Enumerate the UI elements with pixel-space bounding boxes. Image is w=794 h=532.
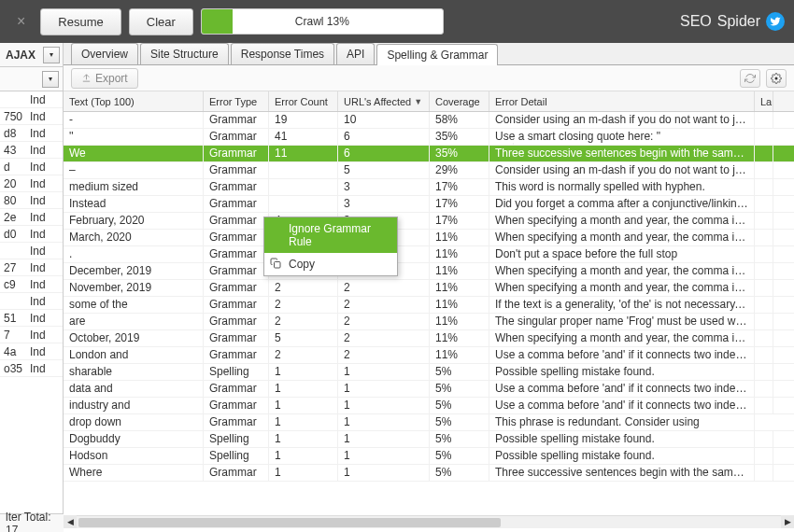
col-coverage[interactable]: Coverage: [430, 91, 489, 111]
col-error-detail[interactable]: Error Detail: [489, 91, 755, 111]
left-row[interactable]: 20Ind: [0, 175, 63, 192]
refresh-button[interactable]: [740, 69, 760, 88]
grid-header: Text (Top 100) Error Type Error Count UR…: [64, 91, 794, 112]
left-row[interactable]: Ind: [0, 243, 63, 259]
settings-button[interactable]: [766, 69, 787, 88]
table-row[interactable]: medium sizedGrammar317%This word is norm…: [64, 179, 794, 196]
left-panel-toolbar: ▾: [0, 67, 63, 91]
footer: lter Total: 17: [0, 513, 64, 532]
horizontal-scrollbar[interactable]: ◀ ▶: [64, 515, 794, 528]
left-row[interactable]: 27Ind: [0, 259, 63, 276]
table-row[interactable]: November, 2019Grammar2211%When specifyin…: [64, 280, 794, 297]
brand-spider: Spider: [717, 13, 760, 30]
left-panel-title: AJAX: [0, 45, 41, 65]
left-row[interactable]: 51Ind: [0, 310, 63, 327]
scroll-left-icon[interactable]: ◀: [64, 515, 77, 528]
tab-overview[interactable]: Overview: [71, 43, 138, 64]
table-row[interactable]: October, 2019Grammar5211%When specifying…: [64, 330, 794, 347]
col-urls-affected[interactable]: URL's Affected▼: [338, 91, 430, 111]
table-row[interactable]: InsteadGrammar317%Did you forget a comma…: [64, 196, 794, 213]
scroll-track[interactable]: [77, 515, 781, 528]
left-row[interactable]: o35Ind: [0, 360, 63, 377]
left-row[interactable]: 80Ind: [0, 192, 63, 209]
table-row[interactable]: some of theGrammar2211%If the text is a …: [64, 297, 794, 314]
twitter-icon[interactable]: [766, 12, 785, 31]
table-row[interactable]: ''Grammar41635%Use a smart closing quote…: [64, 129, 794, 146]
left-row[interactable]: 2eInd: [0, 209, 63, 226]
left-row[interactable]: 4aInd: [0, 343, 63, 360]
tab-site-structure[interactable]: Site Structure: [140, 43, 229, 64]
left-panel-menu-icon[interactable]: ▾: [42, 71, 59, 88]
left-row[interactable]: dInd: [0, 159, 63, 175]
filter-total-label: lter Total: 17: [6, 511, 58, 533]
left-row[interactable]: 750Ind: [0, 108, 63, 125]
table-row[interactable]: industry andGrammar115%Use a comma befor…: [64, 398, 794, 414]
tabs: OverviewSite StructureResponse TimesAPIS…: [64, 43, 794, 65]
left-row[interactable]: d0Ind: [0, 226, 63, 243]
close-icon[interactable]: ×: [9, 13, 33, 30]
table-row[interactable]: areGrammar2211%The singular proper name …: [64, 314, 794, 330]
progress-text: Crawl 13%: [202, 15, 443, 28]
tab-spelling-grammar[interactable]: Spelling & Grammar: [376, 44, 498, 65]
context-ignore-grammar[interactable]: Ignore Grammar Rule: [264, 217, 397, 253]
toolbar-right: [740, 69, 787, 88]
table-row[interactable]: March, 2020Grammar3211%When specifying a…: [64, 230, 794, 246]
left-row[interactable]: d8Ind: [0, 125, 63, 142]
left-panel-rows: Ind750Indd8Ind43InddInd20Ind80Ind2eIndd0…: [0, 91, 63, 377]
crawl-progress: Crawl 13%: [201, 8, 444, 35]
left-row[interactable]: 43Ind: [0, 142, 63, 159]
table-row[interactable]: WhereGrammar115%Three successive sentenc…: [64, 465, 794, 482]
context-copy[interactable]: Copy: [264, 253, 397, 275]
topbar: × Resume Clear Crawl 13% SEO Spider: [0, 0, 794, 43]
sort-desc-icon: ▼: [414, 97, 422, 106]
left-row[interactable]: Ind: [0, 293, 63, 310]
table-row[interactable]: .Grammar3211%Don't put a space before th…: [64, 246, 794, 263]
brand: SEO Spider: [680, 12, 785, 31]
tab-api[interactable]: API: [336, 43, 375, 64]
content-panel: OverviewSite StructureResponse TimesAPIS…: [64, 43, 794, 532]
col-error-type[interactable]: Error Type: [204, 91, 269, 111]
col-error-count[interactable]: Error Count: [269, 91, 338, 111]
left-panel-header: AJAX ▾: [0, 43, 63, 67]
topbar-left: × Resume Clear Crawl 13%: [9, 8, 673, 35]
resume-button[interactable]: Resume: [40, 8, 121, 35]
table-row[interactable]: HodsonSpelling115%Possible spelling mist…: [64, 448, 794, 465]
col-text[interactable]: Text (Top 100): [64, 91, 204, 111]
col-last[interactable]: La: [755, 91, 773, 111]
scroll-thumb[interactable]: [78, 518, 501, 527]
brand-seo: SEO: [680, 13, 712, 30]
grid-body[interactable]: -Grammar191058%Consider using an m-dash …: [64, 112, 794, 515]
main: AJAX ▾ ▾ Ind750Indd8Ind43InddInd20Ind80I…: [0, 43, 794, 532]
table-row[interactable]: London andGrammar2211%Use a comma before…: [64, 347, 794, 364]
table-row[interactable]: February, 2020Grammar4317%When specifyin…: [64, 213, 794, 230]
left-row[interactable]: 7Ind: [0, 327, 63, 343]
data-grid: Text (Top 100) Error Type Error Count UR…: [64, 91, 794, 532]
scroll-right-icon[interactable]: ▶: [781, 515, 794, 528]
context-menu: Ignore Grammar Rule Copy: [263, 217, 398, 276]
upload-icon: [81, 73, 92, 83]
left-row[interactable]: Ind: [0, 91, 63, 108]
table-row[interactable]: data andGrammar115%Use a comma before 'a…: [64, 381, 794, 398]
left-panel-dropdown-icon[interactable]: ▾: [43, 47, 60, 63]
left-panel: AJAX ▾ ▾ Ind750Indd8Ind43InddInd20Ind80I…: [0, 43, 64, 532]
table-row[interactable]: -Grammar191058%Consider using an m-dash …: [64, 112, 794, 129]
export-label: Export: [95, 72, 128, 85]
svg-point-0: [775, 77, 778, 79]
table-row[interactable]: –Grammar529%Consider using an m-dash if …: [64, 162, 794, 179]
copy-icon: [270, 258, 281, 269]
table-row[interactable]: drop downGrammar115%This phrase is redun…: [64, 414, 794, 431]
table-row[interactable]: sharableSpelling115%Possible spelling mi…: [64, 364, 794, 381]
tab-response-times[interactable]: Response Times: [231, 43, 334, 64]
table-row[interactable]: December, 2019Grammar2211%When specifyin…: [64, 263, 794, 280]
toolbar: Export: [64, 65, 794, 91]
table-row[interactable]: DogbuddySpelling115%Possible spelling mi…: [64, 431, 794, 448]
table-row[interactable]: WeGrammar11635%Three successive sentence…: [64, 146, 794, 162]
svg-rect-1: [275, 262, 281, 269]
clear-button[interactable]: Clear: [129, 8, 193, 35]
export-button[interactable]: Export: [71, 68, 138, 89]
left-row[interactable]: c9Ind: [0, 276, 63, 293]
